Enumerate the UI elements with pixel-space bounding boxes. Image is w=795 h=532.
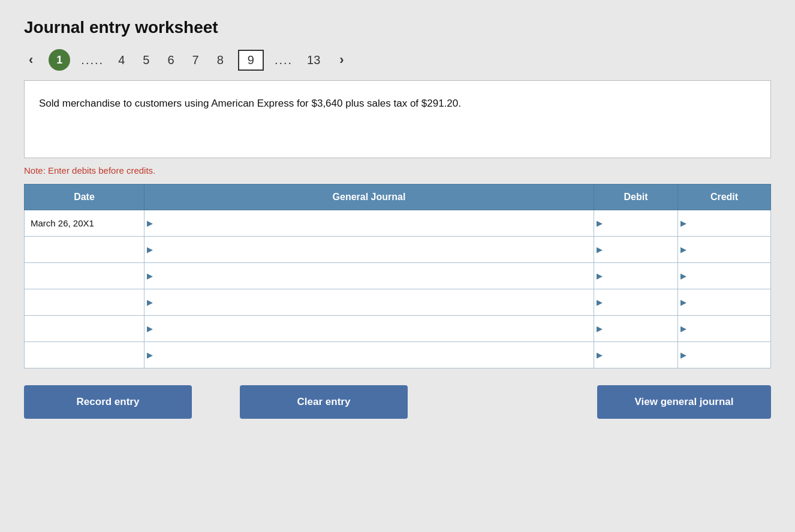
debit-input-4[interactable] <box>604 321 675 336</box>
page-4-button[interactable]: 4 <box>115 51 128 69</box>
page-1-button[interactable]: 1 <box>49 49 70 71</box>
journal-arrow-icon: ▶ <box>147 271 153 280</box>
date-cell-5 <box>25 342 144 368</box>
journal-input-0[interactable] <box>155 216 591 231</box>
date-cell-3 <box>25 289 144 316</box>
page-title: Journal entry worksheet <box>24 18 771 37</box>
page-7-button[interactable]: 7 <box>189 51 203 69</box>
debit-cell-2[interactable]: ▶ <box>594 263 678 289</box>
date-cell-0: March 26, 20X1 <box>25 210 144 237</box>
credit-arrow-icon: ▶ <box>680 298 686 307</box>
credit-arrow-icon: ▶ <box>680 350 686 359</box>
journal-cell-3[interactable]: ▶ <box>144 289 594 316</box>
clear-entry-button[interactable]: Clear entry <box>240 385 408 419</box>
table-row: ▶▶▶ <box>25 237 771 263</box>
journal-input-1[interactable] <box>155 242 591 257</box>
dots-left: ..... <box>81 53 104 67</box>
page-13-button[interactable]: 13 <box>303 51 324 69</box>
debit-input-3[interactable] <box>604 295 675 310</box>
table-row: March 26, 20X1▶▶▶ <box>25 210 771 237</box>
debit-arrow-icon: ▶ <box>597 245 603 254</box>
credit-cell-3[interactable]: ▶ <box>678 289 771 316</box>
journal-cell-0[interactable]: ▶ <box>144 210 594 237</box>
debit-cell-4[interactable]: ▶ <box>594 316 678 342</box>
col-header-date: Date <box>25 185 144 210</box>
pagination: ‹ 1 ..... 4 5 6 7 8 9 .... 13 › <box>24 49 771 71</box>
date-cell-4 <box>25 316 144 342</box>
prev-page-button[interactable]: ‹ <box>24 50 38 70</box>
page-6-button[interactable]: 6 <box>164 51 177 69</box>
journal-input-3[interactable] <box>155 295 591 310</box>
table-row: ▶▶▶ <box>25 342 771 368</box>
debit-input-1[interactable] <box>604 242 675 257</box>
credit-cell-5[interactable]: ▶ <box>678 342 771 368</box>
credit-cell-1[interactable]: ▶ <box>678 237 771 263</box>
note-text: Note: Enter debits before credits. <box>24 165 771 176</box>
debit-input-0[interactable] <box>604 216 675 231</box>
credit-cell-4[interactable]: ▶ <box>678 316 771 342</box>
journal-arrow-icon: ▶ <box>147 245 153 254</box>
journal-arrow-icon: ▶ <box>147 350 153 359</box>
credit-input-4[interactable] <box>688 321 768 336</box>
debit-arrow-icon: ▶ <box>597 298 603 307</box>
col-header-debit: Debit <box>594 185 678 210</box>
journal-input-2[interactable] <box>155 268 591 283</box>
journal-cell-5[interactable]: ▶ <box>144 342 594 368</box>
credit-input-1[interactable] <box>688 242 768 257</box>
journal-arrow-icon: ▶ <box>147 298 153 307</box>
view-general-journal-button[interactable]: View general journal <box>597 385 771 419</box>
debit-cell-1[interactable]: ▶ <box>594 237 678 263</box>
credit-cell-2[interactable]: ▶ <box>678 263 771 289</box>
journal-cell-4[interactable]: ▶ <box>144 316 594 342</box>
credit-input-0[interactable] <box>688 216 768 231</box>
credit-input-5[interactable] <box>688 347 768 362</box>
credit-arrow-icon: ▶ <box>680 324 686 333</box>
credit-arrow-icon: ▶ <box>680 271 686 280</box>
col-header-journal: General Journal <box>144 185 594 210</box>
page-5-button[interactable]: 5 <box>139 51 153 69</box>
debit-arrow-icon: ▶ <box>597 350 603 359</box>
debit-arrow-icon: ▶ <box>597 324 603 333</box>
journal-input-4[interactable] <box>155 321 591 336</box>
journal-cell-2[interactable]: ▶ <box>144 263 594 289</box>
credit-input-3[interactable] <box>688 295 768 310</box>
journal-input-5[interactable] <box>155 347 591 362</box>
table-row: ▶▶▶ <box>25 263 771 289</box>
debit-cell-5[interactable]: ▶ <box>594 342 678 368</box>
page-9-button[interactable]: 9 <box>238 50 264 71</box>
credit-arrow-icon: ▶ <box>680 219 686 228</box>
journal-table: Date General Journal Debit Credit March … <box>24 184 771 368</box>
debit-input-5[interactable] <box>604 347 675 362</box>
record-entry-button[interactable]: Record entry <box>24 385 192 419</box>
page-8-button[interactable]: 8 <box>213 51 227 69</box>
table-row: ▶▶▶ <box>25 289 771 316</box>
dots-right: .... <box>275 53 293 67</box>
debit-arrow-icon: ▶ <box>597 219 603 228</box>
credit-input-2[interactable] <box>688 268 768 283</box>
description-box: Sold merchandise to customers using Amer… <box>24 80 771 158</box>
table-row: ▶▶▶ <box>25 316 771 342</box>
button-row: Record entry Clear entry View general jo… <box>24 385 771 419</box>
next-page-button[interactable]: › <box>335 50 348 70</box>
debit-input-2[interactable] <box>604 268 675 283</box>
description-text: Sold merchandise to customers using Amer… <box>39 98 461 109</box>
credit-cell-0[interactable]: ▶ <box>678 210 771 237</box>
credit-arrow-icon: ▶ <box>680 245 686 254</box>
journal-cell-1[interactable]: ▶ <box>144 237 594 263</box>
journal-arrow-icon: ▶ <box>147 324 153 333</box>
debit-cell-3[interactable]: ▶ <box>594 289 678 316</box>
debit-arrow-icon: ▶ <box>597 271 603 280</box>
journal-arrow-icon: ▶ <box>147 219 153 228</box>
date-cell-2 <box>25 263 144 289</box>
col-header-credit: Credit <box>678 185 771 210</box>
date-cell-1 <box>25 237 144 263</box>
debit-cell-0[interactable]: ▶ <box>594 210 678 237</box>
